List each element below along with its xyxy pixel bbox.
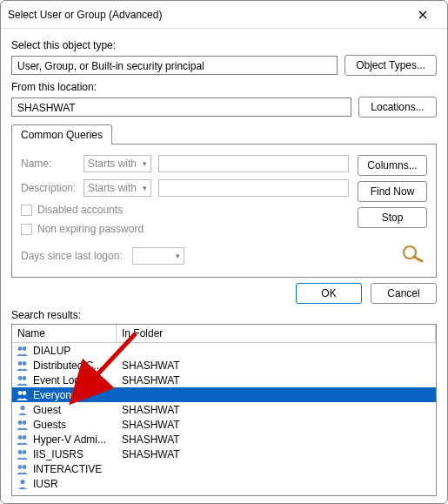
row-name: Guests — [33, 419, 118, 431]
location-field[interactable]: SHASHWAT — [11, 97, 351, 117]
group-icon — [16, 448, 30, 460]
row-name: Guest — [33, 404, 118, 416]
row-name: INTERACTIVE — [33, 463, 118, 475]
locations-button[interactable]: Locations... — [358, 97, 437, 118]
svg-point-7 — [18, 361, 23, 366]
chevron-down-icon: ▾ — [143, 159, 147, 168]
row-name: IIS_IUSRS — [33, 448, 118, 460]
name-filter-label: Name: — [21, 158, 77, 170]
results-header: Name In Folder — [12, 325, 436, 343]
columns-button[interactable]: Columns... — [358, 155, 427, 176]
svg-point-22 — [20, 479, 24, 483]
desc-filter-label: Description: — [21, 182, 77, 194]
row-name: Hyper-V Admi... — [33, 433, 118, 446]
disabled-accounts-checkbox[interactable]: Disabled accounts — [21, 204, 349, 216]
name-filter-input[interactable] — [158, 155, 349, 172]
row-folder: SHASHWAT — [122, 374, 436, 386]
dialog-window: Select User or Group (Advanced) Select t… — [0, 0, 448, 504]
group-icon — [16, 419, 30, 431]
col-header-name[interactable]: Name — [12, 325, 117, 342]
svg-point-20 — [18, 465, 23, 469]
results-row[interactable]: INTERACTIVE — [12, 461, 436, 476]
desc-filter-input[interactable] — [158, 179, 349, 197]
row-folder: SHASHWAT — [122, 448, 436, 460]
location-label: From this location: — [11, 81, 437, 93]
titlebar: Select User or Group (Advanced) — [1, 1, 447, 29]
chevron-down-icon: ▾ — [176, 252, 180, 260]
search-results-label: Search results: — [11, 309, 437, 321]
user-icon — [16, 404, 30, 416]
svg-point-14 — [18, 420, 23, 425]
svg-point-10 — [23, 376, 27, 380]
svg-point-5 — [18, 346, 23, 351]
find-now-button[interactable]: Find Now — [358, 181, 427, 202]
col-header-folder[interactable]: In Folder — [117, 325, 436, 342]
group-icon — [16, 360, 30, 372]
search-results-list[interactable]: Name In Folder DIALUPDistributed C...SHA… — [11, 324, 437, 496]
group-icon — [16, 433, 30, 446]
svg-point-13 — [20, 405, 24, 409]
results-row[interactable]: Event Log Re...SHASHWAT — [12, 373, 436, 387]
results-row[interactable]: Hyper-V Admi...SHASHWAT — [12, 432, 436, 447]
results-row[interactable]: GuestsSHASHWAT — [12, 417, 436, 432]
cancel-button[interactable]: Cancel — [371, 283, 437, 304]
results-row[interactable]: IIS_IUSRSSHASHWAT — [12, 447, 436, 461]
results-row[interactable]: Everyone — [12, 387, 436, 402]
days-since-label: Days since last logon: — [21, 250, 125, 262]
object-types-button[interactable]: Object Types... — [344, 55, 437, 76]
svg-point-21 — [23, 465, 27, 469]
chevron-down-icon: ▾ — [143, 184, 147, 192]
common-queries-panel: Name: Starts with▾ Description: Starts w… — [11, 144, 437, 278]
row-folder: SHASHWAT — [122, 404, 436, 416]
row-folder: SHASHWAT — [122, 419, 436, 431]
name-filter-mode[interactable]: Starts with▾ — [84, 155, 151, 172]
results-row[interactable]: DIALUP — [12, 343, 436, 358]
results-row[interactable]: GuestSHASHWAT — [12, 402, 436, 417]
dialog-title: Select User or Group (Advanced) — [8, 9, 405, 21]
dialog-body: Select this object type: User, Group, or… — [1, 29, 447, 503]
tab-common-queries[interactable]: Common Queries — [11, 124, 112, 144]
object-type-label: Select this object type: — [11, 39, 437, 51]
svg-point-12 — [23, 391, 27, 395]
close-button[interactable] — [405, 5, 440, 24]
svg-point-19 — [23, 450, 27, 454]
object-type-field[interactable]: User, Group, or Built-in security princi… — [11, 56, 338, 75]
non-expiring-password-checkbox[interactable]: Non expiring password — [21, 223, 349, 235]
row-folder: SHASHWAT — [122, 433, 436, 446]
svg-point-6 — [23, 346, 27, 351]
svg-point-8 — [23, 361, 27, 366]
user-icon — [16, 478, 30, 490]
group-icon — [16, 389, 30, 401]
row-name: Distributed C... — [33, 360, 118, 372]
results-row[interactable]: Distributed C...SHASHWAT — [12, 358, 436, 373]
row-name: IUSR — [33, 478, 118, 490]
desc-filter-mode[interactable]: Starts with▾ — [84, 179, 151, 197]
svg-point-16 — [18, 435, 23, 440]
row-name: DIALUP — [33, 345, 118, 357]
search-icon — [401, 244, 427, 265]
group-icon — [16, 345, 30, 357]
svg-point-9 — [18, 376, 23, 380]
svg-point-11 — [18, 391, 23, 395]
svg-line-3 — [414, 257, 422, 261]
svg-point-17 — [23, 435, 27, 440]
stop-button[interactable]: Stop — [358, 207, 427, 228]
svg-point-15 — [23, 420, 27, 425]
ok-button[interactable]: OK — [296, 283, 362, 304]
row-name: Everyone — [33, 389, 118, 401]
group-icon — [16, 374, 30, 386]
close-icon — [418, 10, 427, 19]
row-name: Event Log Re... — [33, 374, 118, 386]
days-since-combo[interactable]: ▾ — [132, 247, 184, 265]
row-folder: SHASHWAT — [122, 360, 436, 372]
results-row[interactable]: IUSR — [12, 476, 436, 491]
svg-point-18 — [18, 450, 23, 454]
group-icon — [16, 463, 30, 475]
